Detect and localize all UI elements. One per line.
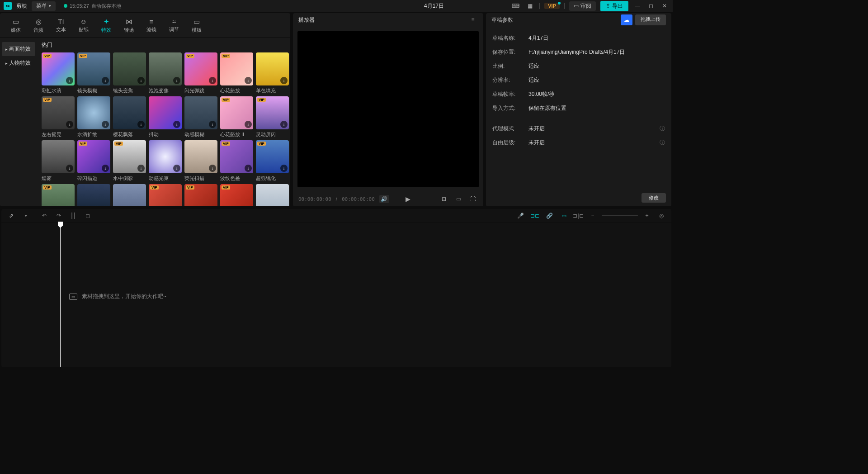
download-icon[interactable]: ↓	[102, 165, 109, 172]
tab-媒体[interactable]: ▭媒体	[5, 16, 27, 37]
maximize-button[interactable]: ◻	[646, 2, 656, 10]
review-button[interactable]: ▭ 审阅	[569, 1, 596, 11]
sidebar-item[interactable]: ▸人物特效	[2, 56, 35, 70]
download-icon[interactable]: ↓	[245, 77, 252, 84]
effect-card[interactable]: ↓烟雾	[42, 140, 75, 182]
download-icon[interactable]: ↓	[280, 165, 288, 172]
effect-card[interactable]: VIP↓波纹色差	[220, 140, 253, 182]
info-icon[interactable]: ⓘ	[660, 125, 665, 133]
effect-card[interactable]: VIP↓心花怒放 II	[220, 96, 253, 138]
tab-模板[interactable]: ▭模板	[185, 16, 208, 37]
download-icon[interactable]: ↓	[173, 165, 180, 172]
timeline-body[interactable]: ▭ 素材拖拽到这里，开始你的大作吧~	[1, 223, 671, 367]
download-icon[interactable]: ↓	[66, 165, 73, 172]
download-icon[interactable]: ↓	[102, 121, 109, 128]
fullscreen-icon[interactable]: ⛶	[468, 195, 478, 203]
effect-card[interactable]: VIP↓超强锐化	[256, 140, 289, 182]
preview-icon[interactable]: ▭	[558, 211, 569, 221]
ratio-icon[interactable]: ▭	[453, 195, 463, 203]
effect-card[interactable]: VIP↓彩虹水滴	[42, 52, 75, 94]
effect-card[interactable]: VIP↓六边形变焦	[42, 184, 75, 206]
download-icon[interactable]: ↓	[137, 121, 145, 128]
download-icon[interactable]: ↓	[209, 165, 216, 172]
magnet-icon[interactable]: ⊐⊏	[529, 211, 540, 221]
effect-card[interactable]: ↓樱花飘落	[113, 96, 146, 138]
delete-tool[interactable]: ◻	[82, 211, 93, 221]
effect-card[interactable]: VIP↓心花怒放	[220, 52, 253, 94]
play-button[interactable]: ▶	[406, 195, 410, 203]
close-button[interactable]: ✕	[660, 2, 669, 10]
effect-card[interactable]: VIP↓眩光旋转	[184, 184, 217, 206]
zoom-in-icon[interactable]: ＋	[642, 211, 652, 221]
export-button[interactable]: ⇪ 导出	[600, 1, 628, 11]
effect-card[interactable]: VIP↓碎闪描边	[77, 140, 110, 182]
download-icon[interactable]: ↓	[66, 121, 73, 128]
crop-icon[interactable]: ⊡	[439, 195, 449, 203]
effect-card[interactable]: VIP↓左右摇晃	[42, 96, 75, 138]
download-icon[interactable]: ↓	[66, 77, 73, 84]
tab-文本[interactable]: TI文本	[50, 16, 72, 37]
download-icon[interactable]: ↓	[245, 121, 252, 128]
tab-贴纸[interactable]: ☺贴纸	[72, 16, 95, 37]
tab-音频[interactable]: ◎音频	[27, 16, 50, 37]
download-icon[interactable]: ↓	[173, 77, 180, 84]
download-icon[interactable]: ↓	[209, 77, 216, 84]
effect-card[interactable]: VIP↓镜头模糊	[77, 52, 110, 94]
zoom-fit-icon[interactable]: ◎	[656, 211, 667, 221]
align-icon[interactable]: ⊐|⊏	[573, 211, 584, 221]
effect-card[interactable]: ↓泡泡变焦	[149, 52, 182, 94]
effect-card[interactable]: ↓星光绽放	[77, 184, 110, 206]
tab-调节[interactable]: ≈调节	[163, 16, 185, 37]
tab-滤镜[interactable]: ≡滤镜	[140, 16, 163, 37]
tab-转场[interactable]: ⋈转场	[118, 16, 140, 37]
cloud-upload-button[interactable]: ☁	[621, 14, 632, 25]
volume-icon[interactable]: 🔊	[379, 195, 389, 203]
effect-card[interactable]: ↓镜头变焦	[113, 52, 146, 94]
effect-card[interactable]: ↓星火炸开	[113, 184, 146, 206]
mic-icon[interactable]: 🎤	[515, 211, 526, 221]
link-icon[interactable]: 🔗	[544, 211, 555, 221]
effect-card[interactable]: ↓荧光扫描	[184, 140, 217, 182]
effect-card[interactable]: ↓抖动	[149, 96, 182, 138]
sidebar-item[interactable]: ▸画面特效	[2, 42, 35, 56]
player-canvas[interactable]	[297, 31, 479, 187]
download-icon[interactable]: ↓	[280, 121, 288, 128]
modify-button[interactable]: 修改	[642, 193, 666, 203]
effect-card[interactable]: VIP↓水中倒影	[113, 140, 146, 182]
minimize-button[interactable]: —	[633, 2, 642, 10]
redo-button[interactable]: ↷	[53, 211, 64, 221]
tab-特效[interactable]: ✦特效	[95, 16, 118, 37]
vip-badge[interactable]: VIP	[544, 3, 560, 9]
keyboard-icon[interactable]: ⌨	[510, 2, 520, 10]
effect-card[interactable]: ↓初雪 I	[256, 184, 289, 206]
effect-card[interactable]: ↓动感模糊	[184, 96, 217, 138]
download-icon[interactable]: ↓	[173, 121, 180, 128]
zoom-out-icon[interactable]: −	[587, 211, 598, 221]
cursor-dropdown[interactable]: ▾	[20, 211, 31, 221]
timeline-track[interactable]: ▭ 素材拖拽到这里，开始你的大作吧~	[60, 223, 671, 367]
playhead[interactable]	[60, 223, 61, 367]
tab-icon: ✦	[104, 18, 109, 26]
cursor-tool[interactable]: ⬀	[6, 211, 17, 221]
download-icon[interactable]: ↓	[280, 77, 288, 84]
zoom-slider[interactable]	[602, 215, 638, 216]
effect-card[interactable]: ↓单色填充	[256, 52, 289, 94]
effect-card[interactable]: VIP↓蔡国强烟花	[220, 184, 253, 206]
split-tool[interactable]: ⎮⎮	[68, 211, 79, 221]
info-icon[interactable]: ⓘ	[660, 139, 665, 147]
effect-card[interactable]: ↓动感光束	[149, 140, 182, 182]
download-icon[interactable]: ↓	[209, 121, 216, 128]
player-menu-icon[interactable]: ≡	[468, 16, 478, 24]
effect-card[interactable]: VIP↓闪光弹跳	[184, 52, 217, 94]
download-icon[interactable]: ↓	[245, 165, 252, 172]
download-icon[interactable]: ↓	[137, 77, 145, 84]
download-icon[interactable]: ↓	[102, 77, 109, 84]
effect-card[interactable]: VIP↓彩色碎彩	[149, 184, 182, 206]
download-icon[interactable]: ↓	[137, 165, 145, 172]
undo-button[interactable]: ↶	[39, 211, 50, 221]
layout-icon[interactable]: ▦	[525, 2, 535, 10]
drag-upload-button[interactable]: 拖拽上传	[635, 14, 666, 25]
effect-card[interactable]: ↓水滴扩散	[77, 96, 110, 138]
menu-button[interactable]: 菜单 ▾	[32, 1, 56, 11]
effect-card[interactable]: VIP↓灵动屏闪	[256, 96, 289, 138]
